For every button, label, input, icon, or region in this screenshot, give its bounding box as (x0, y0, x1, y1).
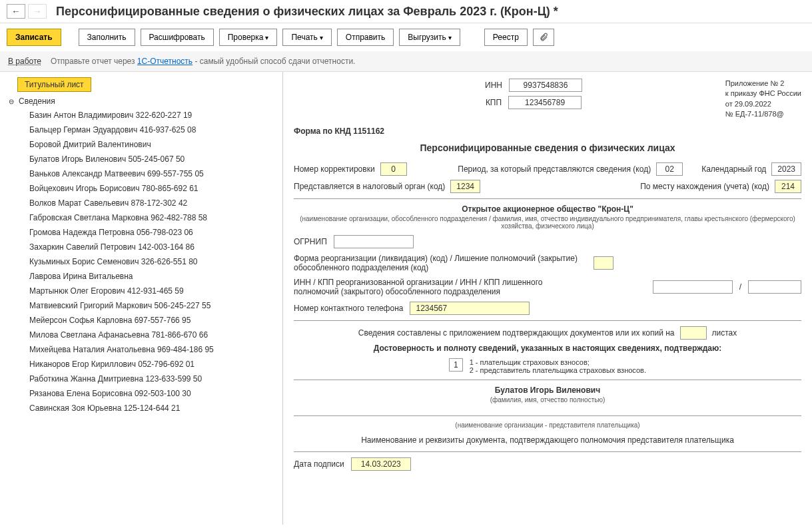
correction-field[interactable]: 0 (380, 162, 407, 176)
year-label: Календарный год (701, 164, 766, 174)
period-field[interactable]: 02 (656, 162, 683, 176)
check-button[interactable]: Проверка (219, 29, 278, 46)
save-button[interactable]: Записать (7, 29, 61, 46)
ogrnip-field[interactable] (334, 235, 414, 248)
kpp-label: КПП (486, 98, 502, 107)
appendix-l1: Приложение № 2 (725, 79, 801, 89)
status-hint: Отправьте отчет через 1С-Отчетность - са… (51, 57, 355, 66)
paperclip-icon (539, 33, 548, 42)
list-item[interactable]: Булатов Игорь Виленович 505-245-067 50 (3, 152, 280, 166)
confirm-options: 1 - плательщик страховых взносов; 2 - пр… (470, 358, 646, 374)
fill-button[interactable]: Заполнить (79, 29, 135, 46)
list-item[interactable]: Боровой Дмитрий Валентинович (3, 137, 280, 152)
list-item[interactable]: Михейцева Наталия Анатольевна 969-484-18… (3, 342, 280, 357)
sheets-after: листах (712, 328, 737, 338)
inn-label: ИНН (485, 81, 502, 90)
list-item[interactable]: Волков Марат Савельевич 878-172-302 42 (3, 196, 280, 210)
status-text-after: - самый удобный способ сдачи отчетности. (193, 57, 355, 66)
location-field[interactable]: 214 (775, 180, 801, 193)
rep-hint: (наименование организации - представител… (294, 421, 801, 429)
ogrnip-label: ОГРНИП (294, 237, 327, 246)
tax-label: Представляется в налоговый орган (код) (294, 182, 445, 191)
sign-date-label: Дата подписи (294, 459, 344, 469)
phone-field[interactable]: 1234567 (410, 302, 530, 315)
correction-label: Номер корректировки (294, 164, 375, 174)
unload-button[interactable]: Выгрузить (399, 29, 460, 46)
list-item[interactable]: Рязанова Елена Борисовна 092-503-100 30 (3, 386, 280, 401)
list-item[interactable]: Бальцер Герман Эдуардович 416-937-625 08 (3, 123, 280, 137)
print-button[interactable]: Печать (282, 29, 331, 46)
doc-req: Наименование и реквизиты документа, подт… (294, 435, 801, 445)
kpp-reorg-field[interactable] (748, 280, 801, 294)
form-code: Форма по КНД 1151162 (294, 127, 725, 136)
sheets-before: Сведения составлены с приложением подтве… (358, 328, 675, 338)
list-item[interactable]: Мартынюк Олег Егорович 412-931-465 59 (3, 284, 280, 298)
org-name: Открытое акционерное общество "Крон-Ц" (294, 204, 801, 214)
nav-back-button[interactable]: ← (7, 4, 25, 19)
tax-field[interactable]: 1234 (450, 180, 480, 193)
sheets-field[interactable] (680, 326, 707, 340)
status-in-work[interactable]: В работе (8, 57, 41, 66)
reorg-field[interactable] (594, 256, 613, 270)
list-item[interactable]: Кузьминых Борис Семенович 326-626-551 80 (3, 254, 280, 269)
confirm-title: Достоверность и полноту сведений, указан… (294, 344, 801, 353)
confirm-num-field[interactable]: 1 (449, 358, 463, 372)
tab-title-sheet[interactable]: Титульный лист (17, 77, 91, 92)
phone-label: Номер контактного телефона (294, 304, 403, 313)
list-item[interactable]: Матвиевский Григорий Маркович 506-245-22… (3, 298, 280, 313)
period-label: Период, за который представляются сведен… (458, 164, 651, 174)
status-1c-link[interactable]: 1С-Отчетность (137, 57, 193, 66)
list-item[interactable]: Мейерсон Софья Карловна 697-557-766 95 (3, 313, 280, 328)
appendix-info: Приложение № 2 к приказу ФНС России от 2… (725, 79, 801, 120)
sign-date-field[interactable]: 14.03.2023 (351, 457, 411, 471)
appendix-l4: № ЕД-7-11/878@ (725, 109, 801, 119)
reorg-label: Форма реорганизации (ликвидация) (код) /… (294, 254, 587, 272)
confirm-opt2: 2 - представитель плательщика страховых … (470, 366, 646, 374)
page-title: Персонифицированные сведения о физически… (56, 5, 558, 19)
signer-hint: (фамилия, имя, отчество полностью) (294, 396, 801, 403)
list-item[interactable]: Лаврова Ирина Витальевна (3, 269, 280, 284)
year-field[interactable]: 2023 (771, 162, 801, 176)
tree-collapse-icon[interactable]: ⊖ (7, 98, 16, 105)
list-item[interactable]: Громова Надежда Петровна 056-798-023 06 (3, 225, 280, 240)
sidebar: Титульный лист ⊖ Сведения Базин Антон Вл… (0, 72, 283, 525)
signer-name: Булатов Игорь Виленович (294, 386, 801, 395)
org-hint: (наименование организации, обособленного… (294, 215, 801, 230)
appendix-l2: к приказу ФНС России (725, 89, 801, 99)
appendix-l3: от 29.09.2022 (725, 99, 801, 109)
attach-button[interactable] (533, 29, 554, 46)
tree-label-data: Сведения (19, 97, 55, 106)
send-button[interactable]: Отправить (337, 29, 394, 46)
inn-kpp-reorg-label: ИНН / КПП реорганизованной организации /… (294, 278, 587, 296)
list-item[interactable]: Никаноров Егор Кириллович 052-796-692 01 (3, 357, 280, 372)
list-item[interactable]: Ваньков Александр Матвеевич 699-557-755 … (3, 166, 280, 181)
list-item[interactable]: Войцехович Игорь Борисович 780-865-692 6… (3, 181, 280, 196)
inn-reorg-field[interactable] (653, 280, 733, 294)
list-item[interactable]: Работкина Жанна Дмитриевна 123-633-599 5… (3, 372, 280, 386)
list-item[interactable]: Савинская Зоя Юрьевна 125-124-644 21 (3, 401, 280, 415)
inn-field[interactable]: 9937548836 (509, 79, 582, 92)
list-item[interactable]: Милова Светлана Афанасьевна 781-866-670 … (3, 328, 280, 342)
list-item[interactable]: Базин Антон Владимирович 322-620-227 19 (3, 108, 280, 123)
list-item[interactable]: Захаркин Савелий Петрович 142-003-164 86 (3, 240, 280, 254)
confirm-opt1: 1 - плательщик страховых взносов; (470, 358, 646, 366)
slash: / (739, 282, 741, 292)
kpp-field[interactable]: 123456789 (508, 96, 582, 109)
registry-button[interactable]: Реестр (484, 29, 528, 46)
decrypt-button[interactable]: Расшифровать (141, 29, 214, 46)
nav-forward-button: → (28, 4, 47, 19)
tree-node-data[interactable]: ⊖ Сведения (3, 95, 280, 108)
doc-title: Персонифицированные сведения о физически… (294, 142, 801, 153)
form-area: ИНН 9937548836 КПП 123456789 Форма по КН… (283, 72, 812, 525)
list-item[interactable]: Габровская Светлана Марковна 962-482-788… (3, 210, 280, 225)
location-label: По месту нахождения (учета) (код) (640, 182, 769, 191)
status-text-before: Отправьте отчет через (51, 57, 137, 66)
